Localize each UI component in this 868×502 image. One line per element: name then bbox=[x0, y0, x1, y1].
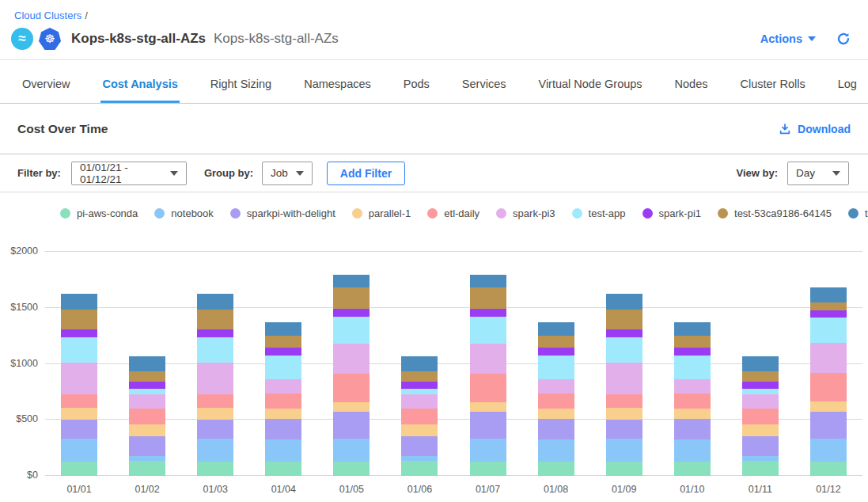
bar-segment-etl-daily[interactable] bbox=[333, 374, 370, 402]
bar-segment-notebook[interactable] bbox=[810, 439, 847, 462]
legend-item-pi-aws-conda[interactable]: pi-aws-conda bbox=[60, 207, 138, 219]
bar-segment-spark-pi3[interactable] bbox=[606, 363, 642, 394]
legend-item-spark-pi3[interactable]: spark-pi3 bbox=[496, 207, 555, 219]
bar-segment-test-app[interactable] bbox=[606, 337, 642, 363]
tab-overview[interactable]: Overview bbox=[21, 78, 71, 103]
legend-item-etl-daily[interactable]: etl-daily bbox=[427, 207, 479, 219]
bar-segment-pi-aws-conda[interactable] bbox=[470, 462, 506, 476]
bar-segment-pi-aws-conda[interactable] bbox=[333, 462, 370, 476]
legend-item-test-pkix[interactable]: test-pkix bbox=[848, 207, 868, 219]
bar-segment-parallel-1[interactable] bbox=[333, 402, 370, 413]
add-filter-button[interactable]: Add Filter bbox=[327, 162, 405, 185]
bar-segment-notebook[interactable] bbox=[606, 439, 642, 461]
bar-segment-spark-pi1[interactable] bbox=[674, 348, 711, 356]
bar-segment-notebook[interactable] bbox=[265, 439, 301, 462]
bar-segment-notebook[interactable] bbox=[538, 439, 574, 462]
tab-namespaces[interactable]: Namespaces bbox=[302, 78, 373, 103]
bar-segment-parallel-1[interactable] bbox=[606, 408, 642, 419]
legend-item-spark-pi1[interactable]: spark-pi1 bbox=[642, 207, 701, 219]
bar-segment-etl-daily[interactable] bbox=[265, 394, 301, 409]
bar-segment-spark-pi1[interactable] bbox=[742, 382, 779, 389]
bar-segment-spark-pi1[interactable] bbox=[197, 329, 233, 338]
download-button[interactable]: Download bbox=[779, 123, 851, 135]
bar-segment-test-53ca9186-64145[interactable] bbox=[470, 287, 506, 310]
bar-segment-sparkpi-with-delight[interactable] bbox=[61, 420, 97, 439]
bar-segment-spark-pi1[interactable] bbox=[538, 348, 574, 356]
bar-segment-test-app[interactable] bbox=[674, 356, 711, 379]
bar-segment-test-app[interactable] bbox=[401, 389, 438, 394]
bar-segment-test-53ca9186-64145[interactable] bbox=[742, 371, 779, 382]
view-by-select[interactable]: Day bbox=[787, 162, 849, 185]
bar-segment-test-pkix[interactable] bbox=[674, 322, 711, 337]
bar-segment-test-app[interactable] bbox=[265, 356, 301, 379]
bar-segment-test-53ca9186-64145[interactable] bbox=[333, 287, 370, 310]
bar-segment-test-pkix[interactable] bbox=[470, 275, 506, 287]
bar-segment-etl-daily[interactable] bbox=[401, 409, 438, 424]
actions-button[interactable]: Actions bbox=[760, 32, 816, 45]
legend-item-parallel-1[interactable]: parallel-1 bbox=[352, 207, 411, 219]
bar-segment-test-pkix[interactable] bbox=[129, 356, 165, 371]
bar-segment-spark-pi3[interactable] bbox=[674, 379, 711, 394]
bar-segment-test-53ca9186-64145[interactable] bbox=[674, 336, 711, 348]
date-range-select[interactable]: 01/01/21 - 01/12/21 bbox=[71, 162, 187, 185]
bar-segment-spark-pi3[interactable] bbox=[401, 394, 438, 409]
tab-cluster-rolls[interactable]: Cluster Rolls bbox=[739, 78, 807, 103]
bar-segment-parallel-1[interactable] bbox=[197, 408, 233, 419]
bar-segment-parallel-1[interactable] bbox=[810, 401, 847, 412]
bar-segment-parallel-1[interactable] bbox=[538, 409, 574, 419]
bar-segment-parallel-1[interactable] bbox=[265, 409, 301, 419]
bar-segment-test-app[interactable] bbox=[333, 317, 370, 344]
bar-segment-spark-pi1[interactable] bbox=[606, 329, 642, 338]
bar-segment-sparkpi-with-delight[interactable] bbox=[810, 412, 847, 438]
legend-item-sparkpi-with-delight[interactable]: sparkpi-with-delight bbox=[230, 207, 335, 219]
bar-segment-pi-aws-conda[interactable] bbox=[538, 462, 574, 476]
bar-segment-sparkpi-with-delight[interactable] bbox=[470, 412, 506, 439]
bar-segment-test-pkix[interactable] bbox=[333, 275, 370, 287]
bar-segment-pi-aws-conda[interactable] bbox=[674, 462, 711, 476]
bar-segment-pi-aws-conda[interactable] bbox=[742, 461, 779, 476]
bar-segment-test-pkix[interactable] bbox=[606, 294, 642, 310]
bar-segment-etl-daily[interactable] bbox=[470, 374, 506, 402]
legend-item-test-app[interactable]: test-app bbox=[572, 207, 626, 219]
bar-segment-test-app[interactable] bbox=[197, 337, 233, 363]
bar-segment-etl-daily[interactable] bbox=[742, 409, 779, 424]
bar-segment-etl-daily[interactable] bbox=[61, 394, 97, 409]
bar-segment-notebook[interactable] bbox=[333, 439, 370, 461]
tab-cost-analysis[interactable]: Cost Analysis bbox=[100, 78, 179, 103]
bar-segment-spark-pi1[interactable] bbox=[265, 348, 301, 356]
tab-log[interactable]: Log bbox=[836, 78, 859, 103]
bar-segment-sparkpi-with-delight[interactable] bbox=[606, 420, 642, 439]
bar-segment-parallel-1[interactable] bbox=[674, 409, 711, 419]
bar-segment-test-app[interactable] bbox=[129, 389, 165, 394]
bar-segment-etl-daily[interactable] bbox=[810, 373, 847, 401]
bar-segment-spark-pi1[interactable] bbox=[810, 310, 847, 318]
bar-segment-test-app[interactable] bbox=[470, 317, 506, 344]
bar-segment-test-pkix[interactable] bbox=[742, 356, 779, 371]
bar-segment-spark-pi3[interactable] bbox=[265, 379, 301, 394]
bar-segment-notebook[interactable] bbox=[470, 439, 506, 461]
bar-segment-sparkpi-with-delight[interactable] bbox=[674, 419, 711, 439]
bar-segment-pi-aws-conda[interactable] bbox=[197, 462, 233, 476]
bar-segment-spark-pi3[interactable] bbox=[742, 394, 779, 409]
bar-segment-notebook[interactable] bbox=[674, 439, 711, 462]
bar-segment-etl-daily[interactable] bbox=[129, 409, 165, 424]
bar-segment-pi-aws-conda[interactable] bbox=[61, 462, 97, 476]
bar-segment-test-app[interactable] bbox=[538, 356, 574, 379]
bar-segment-sparkpi-with-delight[interactable] bbox=[538, 419, 574, 439]
bar-segment-etl-daily[interactable] bbox=[197, 394, 233, 409]
bar-segment-test-53ca9186-64145[interactable] bbox=[538, 336, 574, 348]
bar-segment-spark-pi3[interactable] bbox=[470, 344, 506, 373]
bar-segment-spark-pi1[interactable] bbox=[61, 329, 97, 338]
bar-segment-etl-daily[interactable] bbox=[538, 394, 574, 409]
bar-segment-spark-pi1[interactable] bbox=[470, 309, 506, 317]
bar-segment-notebook[interactable] bbox=[197, 439, 233, 461]
bar-segment-spark-pi3[interactable] bbox=[197, 363, 233, 394]
tab-right-sizing[interactable]: Right Sizing bbox=[209, 78, 273, 103]
bar-segment-pi-aws-conda[interactable] bbox=[265, 462, 301, 476]
bar-segment-test-53ca9186-64145[interactable] bbox=[401, 371, 438, 382]
bar-segment-parallel-1[interactable] bbox=[742, 424, 779, 436]
tab-pods[interactable]: Pods bbox=[402, 78, 431, 103]
group-by-select[interactable]: Job bbox=[262, 162, 313, 185]
bar-segment-spark-pi3[interactable] bbox=[61, 363, 97, 394]
bar-segment-sparkpi-with-delight[interactable] bbox=[129, 436, 165, 456]
